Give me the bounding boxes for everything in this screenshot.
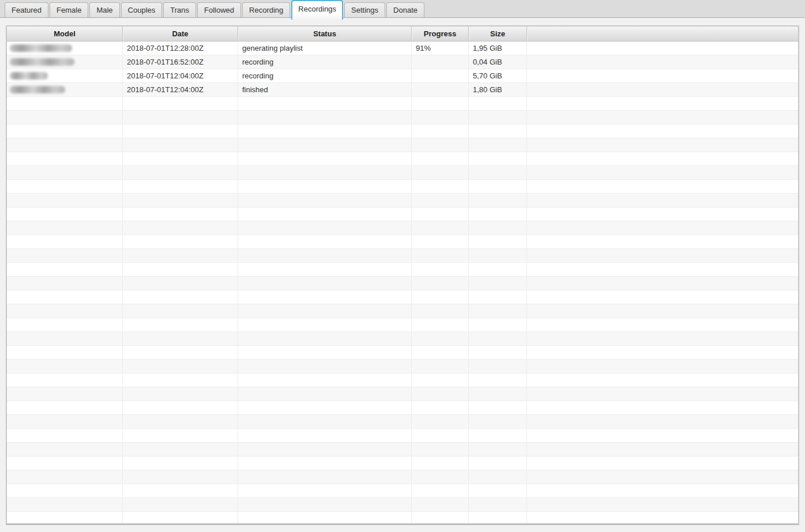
cell-status xyxy=(238,429,412,442)
cell-size xyxy=(469,415,527,428)
cell-progress: 91% xyxy=(412,41,469,55)
table-row[interactable]: 2018-07-01T12:28:00Zgenerating playlist9… xyxy=(7,41,798,55)
tab-female[interactable]: Female xyxy=(50,2,88,17)
cell-model xyxy=(7,221,123,235)
cell-model xyxy=(7,456,123,470)
cell-filler xyxy=(527,401,798,414)
cell-status xyxy=(238,318,412,331)
cell-model xyxy=(7,138,123,152)
table-row-empty xyxy=(7,512,798,525)
cell-model xyxy=(7,484,123,497)
table-row-empty xyxy=(7,429,798,443)
cell-status xyxy=(238,332,412,345)
cell-size xyxy=(469,470,527,484)
cell-date xyxy=(123,512,238,525)
cell-progress xyxy=(412,387,469,401)
column-header-model[interactable]: Model xyxy=(7,27,123,41)
cell-filler xyxy=(527,318,798,331)
cell-filler xyxy=(527,415,798,428)
tab-couples[interactable]: Couples xyxy=(121,2,163,17)
cell-progress xyxy=(412,249,469,262)
table-row-empty xyxy=(7,277,798,290)
column-header-progress[interactable]: Progress xyxy=(412,27,469,41)
cell-progress xyxy=(412,456,469,470)
cell-progress xyxy=(412,277,469,290)
cell-size xyxy=(469,138,527,152)
cell-filler xyxy=(527,97,798,110)
tab-donate[interactable]: Donate xyxy=(386,2,424,17)
cell-date xyxy=(123,332,238,345)
table-row-empty xyxy=(7,443,798,456)
app-window: FeaturedFemaleMaleCouplesTransFollowedRe… xyxy=(0,0,805,532)
column-header-date[interactable]: Date xyxy=(123,27,238,41)
cell-model xyxy=(7,83,123,96)
cell-size xyxy=(469,373,527,387)
table-row-empty xyxy=(7,318,798,332)
cell-progress xyxy=(412,429,469,442)
cell-status: recording xyxy=(238,55,412,69)
tab-recordings[interactable]: Recordings xyxy=(291,0,343,20)
cell-status xyxy=(238,360,412,373)
cell-filler xyxy=(527,498,798,511)
cell-model xyxy=(7,207,123,221)
table-row[interactable]: 2018-07-01T12:04:00Zrecording5,70 GiB xyxy=(7,69,798,83)
tab-recording[interactable]: Recording xyxy=(242,2,290,17)
cell-progress xyxy=(412,415,469,428)
cell-status: generating playlist xyxy=(238,41,412,55)
cell-size xyxy=(469,443,527,456)
cell-model xyxy=(7,373,123,387)
table-row-empty xyxy=(7,360,798,373)
cell-model xyxy=(7,512,123,525)
cell-size xyxy=(469,360,527,373)
tab-male[interactable]: Male xyxy=(89,2,119,17)
tab-followed[interactable]: Followed xyxy=(197,2,241,17)
cell-size xyxy=(469,180,527,193)
cell-model xyxy=(7,290,123,304)
cell-date xyxy=(123,470,238,484)
cell-progress xyxy=(412,138,469,152)
cell-date xyxy=(123,207,238,221)
table-row[interactable]: 2018-07-01T16:52:00Zrecording0,04 GiB xyxy=(7,55,798,69)
tab-bar: FeaturedFemaleMaleCouplesTransFollowedRe… xyxy=(0,0,805,18)
cell-status xyxy=(238,124,412,138)
table-row-empty xyxy=(7,124,798,138)
cell-model xyxy=(7,55,123,69)
tab-settings[interactable]: Settings xyxy=(344,2,385,17)
cell-filler xyxy=(527,263,798,276)
cell-progress xyxy=(412,55,469,69)
table-row[interactable]: 2018-07-01T12:04:00Zfinished1,80 GiB xyxy=(7,83,798,97)
cell-size: 0,04 GiB xyxy=(469,55,527,69)
cell-date xyxy=(123,277,238,290)
cell-size xyxy=(469,124,527,138)
column-header-status[interactable]: Status xyxy=(238,27,412,41)
cell-status xyxy=(238,443,412,456)
cell-date xyxy=(123,318,238,331)
cell-filler xyxy=(527,373,798,387)
cell-model xyxy=(7,263,123,276)
cell-progress xyxy=(412,69,469,82)
cell-model xyxy=(7,401,123,414)
tab-trans[interactable]: Trans xyxy=(163,2,196,17)
cell-date xyxy=(123,387,238,401)
cell-status xyxy=(238,180,412,193)
cell-status xyxy=(238,277,412,290)
cell-progress xyxy=(412,332,469,345)
cell-progress xyxy=(412,290,469,304)
cell-progress xyxy=(412,124,469,138)
cell-model xyxy=(7,277,123,290)
cell-model xyxy=(7,111,123,124)
table-row-empty xyxy=(7,387,798,401)
cell-date: 2018-07-01T12:28:00Z xyxy=(123,41,238,55)
tab-featured[interactable]: Featured xyxy=(5,2,48,17)
table-row-empty xyxy=(7,138,798,152)
cell-progress xyxy=(412,207,469,221)
cell-model xyxy=(7,180,123,193)
cell-size xyxy=(469,429,527,442)
cell-date xyxy=(123,138,238,152)
table-row-empty xyxy=(7,415,798,429)
cell-status xyxy=(238,235,412,248)
cell-model xyxy=(7,387,123,401)
cell-filler xyxy=(527,69,798,82)
cell-status xyxy=(238,456,412,470)
column-header-size[interactable]: Size xyxy=(469,27,527,41)
